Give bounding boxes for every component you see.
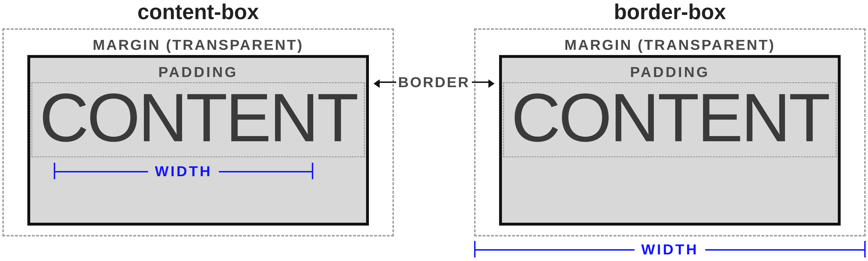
ruler-placeholder-left (2, 236, 394, 259)
content-label-right: CONTENT (511, 83, 829, 152)
content-area-right: CONTENT (503, 82, 837, 157)
margin-area-right: MARGIN (TRANSPARENT) PADDING CONTENT (474, 28, 866, 236)
width-ruler-content-box: WIDTH (54, 162, 313, 180)
title-content-box: content-box (2, 0, 394, 28)
width-ruler-cap-left-icon (54, 163, 55, 179)
panel-content-box: content-box MARGIN (TRANSPARENT) PADDING… (2, 0, 394, 259)
margin-label-left: MARGIN (TRANSPARENT) (27, 30, 369, 55)
border-indicator: BORDER (379, 74, 489, 90)
margin-label-right: MARGIN (TRANSPARENT) (499, 30, 841, 55)
padding-label-right: PADDING (630, 58, 710, 82)
border-area-left: PADDING CONTENT WIDTH (27, 55, 369, 226)
panel-border-box: border-box MARGIN (TRANSPARENT) PADDING … (474, 0, 866, 259)
width-ruler-cap-right-icon (864, 241, 866, 257)
width-ruler-border-box: WIDTH (474, 240, 866, 259)
width-ruler-cap-left-icon (474, 241, 475, 257)
content-label-left: CONTENT (39, 83, 357, 152)
padding-label-left: PADDING (158, 58, 238, 82)
width-label-border-box: WIDTH (634, 241, 705, 258)
width-label-content-box: WIDTH (148, 163, 219, 179)
margin-area-left: MARGIN (TRANSPARENT) PADDING CONTENT WID… (2, 28, 394, 236)
border-label: BORDER (397, 74, 471, 90)
border-area-right: PADDING CONTENT (499, 55, 841, 226)
arrow-left-icon (379, 82, 396, 83)
title-border-box: border-box (474, 0, 866, 28)
width-ruler-cap-right-icon (312, 163, 313, 179)
arrow-right-icon (472, 82, 489, 83)
content-area-left: CONTENT (31, 82, 365, 157)
